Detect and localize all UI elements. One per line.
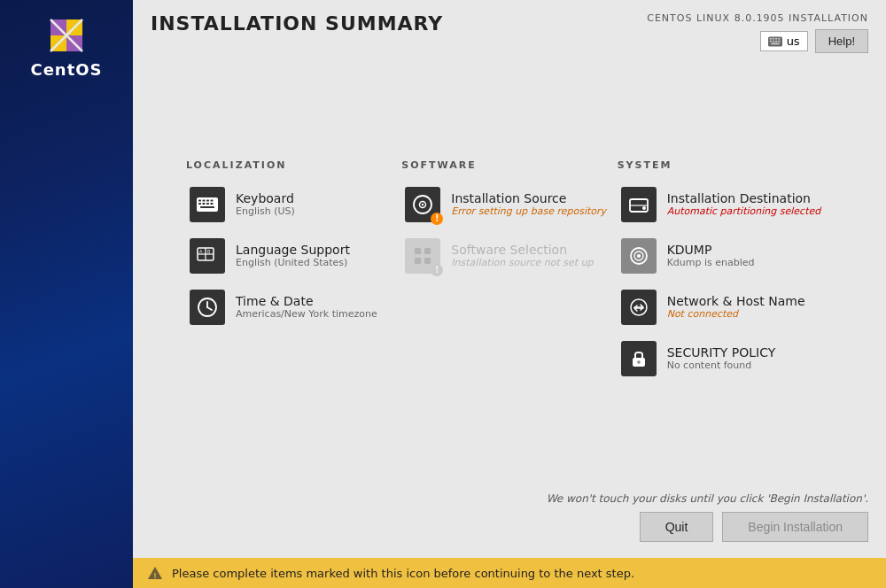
keyboard-value: us xyxy=(787,35,800,48)
clock-icon xyxy=(196,296,219,319)
sidebar-logo: CentOS xyxy=(30,16,102,79)
localization-heading: LOCALIZATION xyxy=(186,159,401,171)
svg-rect-29 xyxy=(211,203,214,205)
keyboard-icon xyxy=(768,36,782,47)
centos-version-label: CENTOS LINUX 8.0.1905 INSTALLATION xyxy=(647,12,868,24)
kdump-icon-svg xyxy=(627,244,650,267)
svg-rect-14 xyxy=(775,38,777,40)
lock-icon xyxy=(627,347,650,370)
network-title: Network & Host Name xyxy=(667,294,805,308)
kdump-text: KDUMP Kdump is enabled xyxy=(667,243,755,268)
installation-source-subtitle: Error setting up base repository xyxy=(451,205,606,217)
begin-installation-button[interactable]: Begin Installation xyxy=(722,512,868,542)
content-area: LOCALIZATION xyxy=(133,62,886,484)
localization-items: Keyboard English (US) A B xyxy=(186,185,401,327)
svg-text:!: ! xyxy=(154,571,157,580)
svg-rect-20 xyxy=(771,43,780,44)
svg-rect-28 xyxy=(206,203,209,205)
kdump-icon xyxy=(621,238,657,274)
time-item[interactable]: Time & Date Americas/New York timezone xyxy=(186,288,401,327)
software-selection-text: Software Selection Installation source n… xyxy=(451,243,593,268)
security-policy-subtitle: No content found xyxy=(667,360,776,371)
network-text: Network & Host Name Not connected xyxy=(667,294,805,320)
grid-icon xyxy=(411,244,434,267)
keyboard-item-title: Keyboard xyxy=(236,191,295,205)
installation-source-item[interactable]: ! Installation Source Error setting up b… xyxy=(401,185,617,224)
security-policy-icon xyxy=(621,341,657,376)
keyboard-item[interactable]: Keyboard English (US) xyxy=(186,185,401,224)
svg-rect-25 xyxy=(211,199,214,201)
installation-destination-icon xyxy=(621,187,657,222)
svg-text:B: B xyxy=(207,249,211,254)
keyboard-item-icon xyxy=(190,187,225,222)
warning-badge: ! xyxy=(431,213,443,225)
svg-rect-43 xyxy=(424,248,431,254)
svg-rect-45 xyxy=(424,258,431,264)
keyboard-input-field[interactable]: us xyxy=(760,31,808,51)
security-policy-text: SECURITY POLICY No content found xyxy=(667,345,776,371)
installation-source-text: Installation Source Error setting up bas… xyxy=(451,191,606,217)
language-item-icon: A B xyxy=(190,238,225,274)
footer: We won't touch your disks until you clic… xyxy=(133,484,886,558)
main-content: INSTALLATION SUMMARY CENTOS LINUX 8.0.19… xyxy=(133,0,886,588)
time-item-subtitle: Americas/New York timezone xyxy=(236,308,377,320)
header: INSTALLATION SUMMARY CENTOS LINUX 8.0.19… xyxy=(133,0,886,62)
warning-bar-message: Please complete items marked with this i… xyxy=(172,567,634,580)
installation-destination-title: Installation Destination xyxy=(667,191,821,205)
language-item-title: Language Support xyxy=(236,243,350,257)
keyboard-item-text: Keyboard English (US) xyxy=(236,191,295,217)
security-policy-item[interactable]: SECURITY POLICY No content found xyxy=(618,339,833,378)
time-item-title: Time & Date xyxy=(236,294,377,308)
kdump-subtitle: Kdump is enabled xyxy=(667,257,755,268)
system-heading: SYSTEM xyxy=(618,159,833,171)
quit-button[interactable]: Quit xyxy=(640,512,714,542)
sections-row: LOCALIZATION xyxy=(186,159,833,378)
software-selection-item[interactable]: ! Software Selection Installation source… xyxy=(401,236,617,275)
svg-rect-13 xyxy=(772,38,773,40)
svg-text:A: A xyxy=(199,249,203,254)
kdump-item[interactable]: KDUMP Kdump is enabled xyxy=(618,236,833,275)
svg-rect-23 xyxy=(203,199,206,201)
software-selection-icon: ! xyxy=(405,238,440,274)
centos-logo-icon xyxy=(47,16,86,55)
svg-point-41 xyxy=(422,203,424,205)
security-policy-title: SECURITY POLICY xyxy=(667,345,776,360)
time-item-text: Time & Date Americas/New York timezone xyxy=(236,294,377,320)
svg-rect-27 xyxy=(203,203,206,205)
svg-rect-17 xyxy=(772,40,773,42)
svg-rect-18 xyxy=(775,40,777,42)
software-section: SOFTWARE ! Installat xyxy=(401,159,617,378)
svg-rect-12 xyxy=(769,38,771,40)
software-heading: SOFTWARE xyxy=(401,159,617,171)
network-item[interactable]: Network & Host Name Not connected xyxy=(618,288,833,327)
svg-point-51 xyxy=(637,254,641,258)
localization-section: LOCALIZATION xyxy=(186,159,401,378)
harddrive-icon xyxy=(627,193,650,216)
installation-destination-item[interactable]: Installation Destination Automatic parti… xyxy=(618,185,833,224)
software-selection-subtitle: Installation source not set up xyxy=(451,257,593,268)
svg-rect-26 xyxy=(198,203,201,205)
network-icon xyxy=(621,290,657,325)
installation-source-icon: ! xyxy=(405,187,440,222)
installation-destination-text: Installation Destination Automatic parti… xyxy=(667,191,821,217)
footer-note: We won't touch your disks until you clic… xyxy=(151,492,868,505)
sidebar: CentOS xyxy=(0,0,133,588)
network-icon-svg xyxy=(627,296,650,319)
language-item[interactable]: A B Language Support English (United Sta… xyxy=(186,236,401,275)
svg-rect-15 xyxy=(778,38,780,40)
svg-rect-42 xyxy=(415,248,421,254)
software-items: ! Installation Source Error setting up b… xyxy=(401,185,617,275)
system-items: Installation Destination Automatic parti… xyxy=(618,185,833,378)
header-controls: us Help! xyxy=(760,29,868,53)
header-right: CENTOS LINUX 8.0.1905 INSTALLATION xyxy=(647,12,868,53)
svg-rect-44 xyxy=(415,258,421,264)
svg-rect-22 xyxy=(198,199,201,201)
warning-bar: ! Please complete items marked with this… xyxy=(133,558,886,588)
language-item-text: Language Support English (United States) xyxy=(236,243,350,268)
svg-point-47 xyxy=(642,206,646,210)
svg-rect-30 xyxy=(200,206,214,208)
keyboard-item-icon-svg xyxy=(196,193,219,216)
svg-rect-24 xyxy=(206,199,209,201)
help-button[interactable]: Help! xyxy=(815,29,868,53)
svg-rect-16 xyxy=(769,40,771,42)
